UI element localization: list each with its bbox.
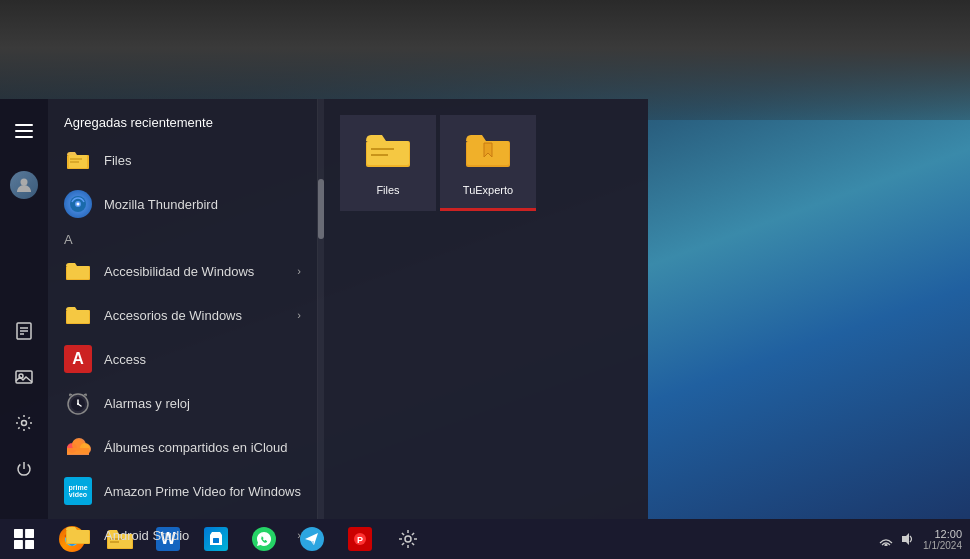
desktop: Agregadas recientemente Files [0, 0, 970, 559]
settings-nav-button[interactable] [0, 401, 48, 445]
android-studio-expand-icon: › [297, 529, 301, 541]
accesorios-label: Accesorios de Windows [104, 308, 242, 323]
prime-video-label: Amazon Prime Video for Windows [104, 484, 301, 499]
files-label: Files [104, 153, 131, 168]
app-item-accesibilidad[interactable]: Accesibilidad de Windows › [48, 249, 317, 293]
android-studio-folder-icon [64, 521, 92, 549]
files-tile-label: Files [376, 184, 399, 196]
power-nav-button[interactable] [0, 447, 48, 491]
icloud-icon [64, 433, 92, 461]
tile-files[interactable]: Files [340, 115, 436, 211]
recently-added-header: Agregadas recientemente [48, 99, 317, 138]
app-item-accesorios[interactable]: Accesorios de Windows › [48, 293, 317, 337]
alarmas-label: Alarmas y reloj [104, 396, 190, 411]
svg-rect-1 [15, 130, 33, 132]
separator-a: A [48, 226, 317, 249]
svg-rect-48 [25, 529, 34, 538]
app-item-files-recent[interactable]: Files [48, 138, 317, 182]
documents-nav-button[interactable] [0, 309, 48, 353]
hamburger-button[interactable] [0, 109, 48, 153]
thunderbird-label: Mozilla Thunderbird [104, 197, 218, 212]
svg-marker-61 [902, 533, 909, 545]
svg-point-3 [21, 179, 28, 186]
start-nav [0, 99, 48, 519]
avatar-button[interactable] [0, 163, 48, 207]
accesorios-folder-icon [64, 301, 92, 329]
accesibilidad-label: Accesibilidad de Windows [104, 264, 254, 279]
svg-point-60 [885, 544, 887, 546]
accesibilidad-expand-icon: › [297, 265, 301, 277]
icloud-label: Álbumes compartidos en iCloud [104, 440, 288, 455]
files-tile-icon [366, 131, 410, 178]
pictures-nav-button[interactable] [0, 355, 48, 399]
prime-video-icon: prime video [64, 477, 92, 505]
svg-rect-8 [16, 371, 32, 383]
access-icon: A [64, 345, 92, 373]
tuexperto-tile-icon [466, 131, 510, 178]
svg-rect-19 [67, 266, 89, 279]
app-item-access[interactable]: A Access [48, 337, 317, 381]
tuexperto-tile-label: TuExperto [463, 184, 513, 196]
tiles-panel: Files TuExperto [324, 99, 648, 519]
thunderbird-icon [64, 190, 92, 218]
access-label: Access [104, 352, 146, 367]
svg-rect-38 [67, 448, 89, 454]
taskbar-settings[interactable] [384, 519, 432, 559]
network-icon [879, 532, 893, 546]
scrollbar-thumb [318, 179, 324, 239]
svg-rect-47 [14, 529, 23, 538]
start-menu: Agregadas recientemente Files [0, 99, 648, 519]
volume-icon [901, 532, 915, 546]
app-item-thunderbird[interactable]: Mozilla Thunderbird [48, 182, 317, 226]
svg-point-59 [405, 536, 411, 542]
tuexperto-underline [440, 208, 536, 211]
app-item-android-studio[interactable]: Android Studio › [48, 513, 317, 557]
svg-point-26 [77, 403, 79, 405]
svg-rect-49 [14, 540, 23, 549]
app-list-panel: Agregadas recientemente Files [48, 99, 318, 519]
svg-rect-21 [67, 310, 89, 323]
svg-rect-40 [67, 530, 89, 543]
svg-text:P: P [357, 535, 363, 545]
app-list-scrollbar[interactable] [318, 99, 324, 519]
tile-tuexperto[interactable]: TuExperto [440, 115, 536, 211]
svg-rect-0 [15, 124, 33, 126]
taskbar-app6[interactable]: P [336, 519, 384, 559]
svg-rect-42 [367, 141, 409, 165]
android-studio-label: Android Studio [104, 528, 189, 543]
app-item-prime-video[interactable]: prime video Amazon Prime Video for Windo… [48, 469, 317, 513]
svg-point-17 [77, 203, 80, 206]
svg-rect-50 [25, 540, 34, 549]
start-button[interactable] [0, 519, 48, 559]
avatar [10, 171, 38, 199]
files-icon [64, 146, 92, 174]
app-item-alarmas[interactable]: Alarmas y reloj [48, 381, 317, 425]
alarmas-icon [64, 389, 92, 417]
svg-rect-2 [15, 136, 33, 138]
accesorios-expand-icon: › [297, 309, 301, 321]
accesibilidad-folder-icon [64, 257, 92, 285]
svg-point-10 [22, 421, 27, 426]
taskbar-time: 12:00 1/1/2024 [923, 528, 962, 551]
taskbar-system: 12:00 1/1/2024 [879, 528, 970, 551]
app-item-icloud[interactable]: Álbumes compartidos en iCloud [48, 425, 317, 469]
